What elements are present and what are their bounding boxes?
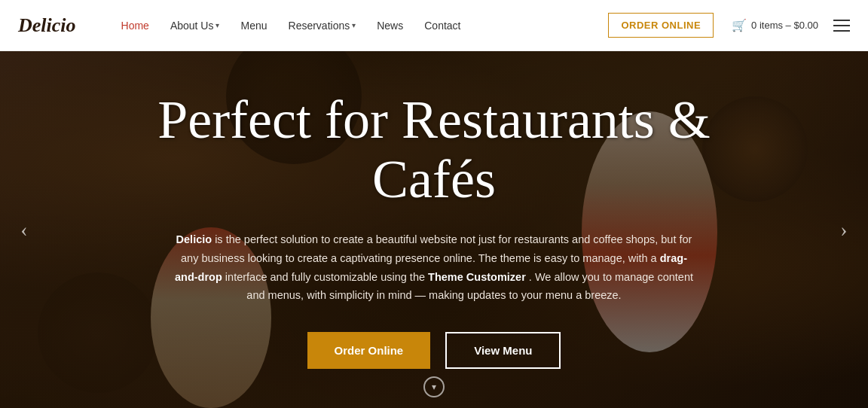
- hamburger-menu[interactable]: [833, 20, 850, 32]
- hero-desc-brand: Delicio: [176, 233, 212, 245]
- hero-section: ‹ Perfect for Restaurants & Cafés Delici…: [0, 51, 868, 408]
- nav-item-contact[interactable]: Contact: [424, 20, 460, 32]
- hero-menu-button[interactable]: View Menu: [445, 332, 561, 369]
- hero-desc-text2: interface and fully customizable using t…: [225, 271, 428, 283]
- hero-content: Perfect for Restaurants & Cafés Delicio …: [0, 51, 868, 408]
- cart-icon: 🛒: [732, 18, 747, 32]
- hero-cta-buttons: Order Online View Menu: [307, 332, 561, 369]
- chevron-down-icon: ▾: [352, 21, 356, 29]
- site-header: Delicio Home About Us ▾ Menu Reservation…: [0, 0, 868, 51]
- carousel-next-button[interactable]: ›: [827, 213, 860, 246]
- chevron-down-icon: ▾: [215, 21, 219, 29]
- site-logo[interactable]: Delicio: [18, 14, 76, 37]
- hero-description: Delicio is the perfect solution to creat…: [170, 230, 698, 305]
- cart-area[interactable]: 🛒 0 items – $0.00: [732, 18, 818, 32]
- hero-desc-customizer: Theme Customizer: [428, 271, 526, 283]
- scroll-down-indicator[interactable]: ▾: [423, 376, 445, 397]
- cart-label: 0 items – $0.00: [751, 20, 818, 31]
- hero-desc-text1: is the perfect solution to create a beau…: [181, 233, 692, 264]
- nav-item-reservations[interactable]: Reservations ▾: [289, 20, 356, 32]
- hero-title: Perfect for Restaurants & Cafés: [121, 90, 747, 209]
- scroll-down-icon: ▾: [432, 382, 436, 393]
- main-nav: Home About Us ▾ Menu Reservations ▾ News…: [121, 20, 597, 32]
- order-online-button[interactable]: ORDER ONLINE: [608, 13, 714, 38]
- nav-item-menu[interactable]: Menu: [240, 20, 267, 32]
- carousel-prev-button[interactable]: ‹: [8, 213, 41, 246]
- nav-item-news[interactable]: News: [377, 20, 403, 32]
- hero-order-button[interactable]: Order Online: [307, 332, 431, 369]
- nav-item-about[interactable]: About Us ▾: [170, 20, 220, 32]
- nav-item-home[interactable]: Home: [121, 20, 149, 32]
